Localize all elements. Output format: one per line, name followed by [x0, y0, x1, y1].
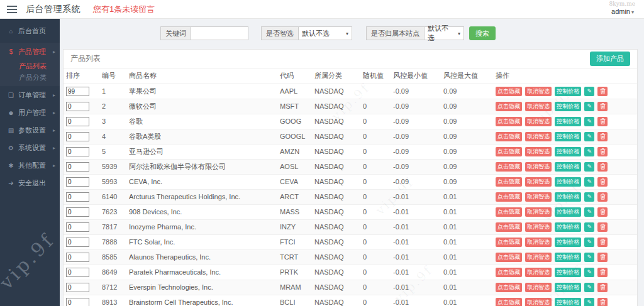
hide-button[interactable]: 点击隐藏: [496, 222, 522, 232]
edit-button[interactable]: ✎: [584, 238, 594, 247]
keyword-input[interactable]: [191, 26, 248, 40]
control-price-button[interactable]: 控制价格: [555, 147, 581, 156]
cancel-smart-button[interactable]: 取消智选: [525, 102, 552, 111]
edit-button[interactable]: ✎: [584, 132, 594, 141]
sort-input[interactable]: [66, 117, 89, 126]
delete-button[interactable]: [597, 268, 608, 277]
sidebar-item-system-settings[interactable]: ⚙ 系统设置 ▸: [0, 139, 60, 156]
sort-input[interactable]: [66, 283, 89, 292]
smart-select[interactable]: 默认不选 ▾: [298, 26, 352, 40]
control-price-button[interactable]: 控制价格: [555, 283, 581, 292]
control-price-button[interactable]: 控制价格: [555, 132, 581, 141]
cancel-smart-button[interactable]: 取消智选: [525, 132, 552, 141]
cancel-smart-button[interactable]: 取消智选: [525, 177, 552, 187]
edit-button[interactable]: ✎: [584, 283, 594, 292]
sort-input[interactable]: [66, 132, 89, 141]
sort-input[interactable]: [66, 177, 89, 187]
sort-input[interactable]: [66, 253, 89, 262]
sidebar-item-home[interactable]: ⌂ 后台首页: [0, 22, 60, 40]
delete-button[interactable]: [597, 87, 608, 96]
control-price-button[interactable]: 控制价格: [555, 102, 581, 111]
hide-button[interactable]: 点击隐藏: [496, 283, 522, 292]
cancel-smart-button[interactable]: 取消智选: [525, 283, 552, 292]
hide-button[interactable]: 点击隐藏: [496, 298, 522, 306]
edit-button[interactable]: ✎: [584, 102, 594, 111]
hide-button[interactable]: 点击隐藏: [496, 102, 522, 111]
control-price-button[interactable]: 控制价格: [555, 177, 581, 187]
cancel-smart-button[interactable]: 取消智选: [525, 298, 552, 306]
hide-button[interactable]: 点击隐藏: [496, 132, 522, 141]
control-price-button[interactable]: 控制价格: [555, 87, 581, 96]
sort-input[interactable]: [66, 298, 89, 306]
delete-button[interactable]: [597, 222, 608, 232]
cancel-smart-button[interactable]: 取消智选: [525, 222, 552, 232]
hide-button[interactable]: 点击隐藏: [496, 207, 522, 217]
cancel-smart-button[interactable]: 取消智选: [525, 192, 552, 202]
sort-input[interactable]: [66, 102, 89, 111]
cancel-smart-button[interactable]: 取消智选: [525, 238, 552, 247]
hide-button[interactable]: 点击隐藏: [496, 238, 522, 247]
hide-button[interactable]: 点击隐藏: [496, 192, 522, 202]
sort-input[interactable]: [66, 162, 89, 172]
edit-button[interactable]: ✎: [584, 298, 594, 306]
control-price-button[interactable]: 控制价格: [555, 222, 581, 232]
hide-button[interactable]: 点击隐藏: [496, 177, 522, 187]
delete-button[interactable]: [597, 192, 608, 202]
delete-button[interactable]: [597, 162, 608, 172]
sidebar-item-logout[interactable]: ➔ 安全退出: [0, 174, 60, 192]
control-price-button[interactable]: 控制价格: [555, 117, 581, 126]
edit-button[interactable]: ✎: [584, 117, 594, 126]
hamburger-icon[interactable]: [7, 6, 17, 13]
sort-input[interactable]: [66, 268, 89, 277]
hide-button[interactable]: 点击隐藏: [496, 162, 522, 172]
unread-message-notice[interactable]: 您有1条未读留言: [93, 4, 155, 15]
sort-input[interactable]: [66, 207, 89, 217]
hide-button[interactable]: 点击隐藏: [496, 87, 522, 96]
edit-button[interactable]: ✎: [584, 87, 594, 96]
edit-button[interactable]: ✎: [584, 222, 594, 232]
edit-button[interactable]: ✎: [584, 207, 594, 217]
delete-button[interactable]: [597, 102, 608, 111]
delete-button[interactable]: [597, 283, 608, 292]
delete-button[interactable]: [597, 117, 608, 126]
delete-button[interactable]: [597, 298, 608, 306]
control-price-button[interactable]: 控制价格: [555, 192, 581, 202]
sort-input[interactable]: [66, 147, 89, 156]
cancel-smart-button[interactable]: 取消智选: [525, 268, 552, 277]
sidebar-item-product-category[interactable]: 产品分类: [0, 72, 60, 83]
delete-button[interactable]: [597, 207, 608, 217]
sidebar-item-orders[interactable]: ❏ 订单管理 ▸: [0, 86, 60, 104]
hide-button[interactable]: 点击隐藏: [496, 268, 522, 277]
sidebar-item-product-list[interactable]: 产品列表: [0, 60, 60, 72]
cancel-smart-button[interactable]: 取消智选: [525, 117, 552, 126]
cancel-smart-button[interactable]: 取消智选: [525, 162, 552, 172]
delete-button[interactable]: [597, 147, 608, 156]
control-price-button[interactable]: 控制价格: [555, 207, 581, 217]
delete-button[interactable]: [597, 177, 608, 187]
site-select[interactable]: 默认不选 ▾: [424, 26, 464, 40]
edit-button[interactable]: ✎: [584, 162, 594, 172]
sidebar-item-users[interactable]: ☻ 用户管理 ▸: [0, 104, 60, 121]
search-button[interactable]: 搜索: [469, 26, 496, 40]
delete-button[interactable]: [597, 132, 608, 141]
add-product-button[interactable]: 添加产品: [590, 52, 630, 66]
cancel-smart-button[interactable]: 取消智选: [525, 253, 552, 262]
control-price-button[interactable]: 控制价格: [555, 162, 581, 172]
control-price-button[interactable]: 控制价格: [555, 268, 581, 277]
sort-input[interactable]: [66, 222, 89, 232]
hide-button[interactable]: 点击隐藏: [496, 253, 522, 262]
hide-button[interactable]: 点击隐藏: [496, 147, 522, 156]
cancel-smart-button[interactable]: 取消智选: [525, 147, 552, 156]
sidebar-item-other-config[interactable]: ✱ 其他配置 ▸: [0, 156, 60, 174]
sort-input[interactable]: [66, 87, 89, 96]
user-dropdown[interactable]: admin▾: [611, 8, 634, 15]
control-price-button[interactable]: 控制价格: [555, 238, 581, 247]
control-price-button[interactable]: 控制价格: [555, 253, 581, 262]
edit-button[interactable]: ✎: [584, 192, 594, 202]
edit-button[interactable]: ✎: [584, 177, 594, 187]
edit-button[interactable]: ✎: [584, 253, 594, 262]
control-price-button[interactable]: 控制价格: [555, 298, 581, 306]
cancel-smart-button[interactable]: 取消智选: [525, 87, 552, 96]
hide-button[interactable]: 点击隐藏: [496, 117, 522, 126]
sort-input[interactable]: [66, 238, 89, 247]
